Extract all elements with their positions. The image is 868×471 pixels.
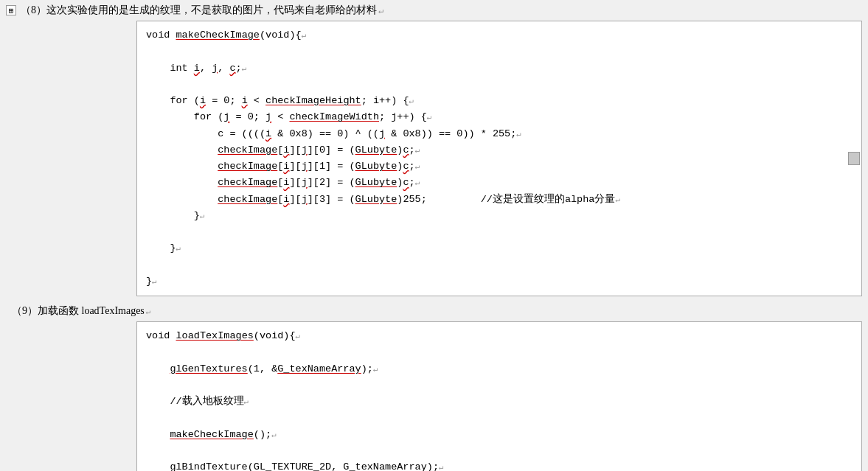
code-line-fn-sig2: void loadTexImages(void){↵ (146, 328, 853, 344)
section1-header: ⊞ （8）这次实验使用的是生成的纹理，不是获取的图片，代码来自老师给的材料 ↵ (0, 0, 868, 21)
code-line-var-decl: int i, j, c;↵ (146, 60, 853, 77)
code-line-blank3 (146, 224, 853, 240)
code-line-assign1: checkImage[i][j][1] = (GLubyte)c;↵ (146, 158, 853, 175)
code-line-gen-tex: glGenTextures(1, &G_texNameArray);↵ (146, 361, 853, 377)
code-line-blank6 (146, 377, 853, 394)
section2-title: （9）加载函数 loadTexImages (6, 304, 145, 318)
code-line-blank5 (146, 345, 853, 361)
code-line-comment-load: //载入地板纹理↵ (146, 394, 853, 410)
code-line-assign3: checkImage[i][j][3] = (GLubyte)255; //这是… (146, 192, 853, 208)
section2-code-block: void loadTexImages(void){↵ glGenTextures… (136, 321, 862, 471)
code-line-make-check: makeCheckImage();↵ (146, 427, 853, 443)
code-line-blank4 (146, 257, 853, 273)
code-line-bind-tex: glBindTexture(GL_TEXTURE_2D, G_texNameAr… (146, 459, 853, 471)
code-line-calc: c = ((((i & 0x8) == 0) ^ ((j & 0x8)) == … (146, 126, 853, 142)
expand-icon-1[interactable]: ⊞ (6, 5, 16, 15)
section2-header: （9）加载函数 loadTexImages ↵ (0, 301, 868, 321)
code-line-assign0: checkImage[i][j][0] = (GLubyte)c;↵ (146, 142, 853, 158)
page-container: ⊞ （8）这次实验使用的是生成的纹理，不是获取的图片，代码来自老师给的材料 ↵ … (0, 0, 868, 471)
scrollbar-thumb-1[interactable] (848, 152, 860, 165)
section1-title: （8）这次实验使用的是生成的纹理，不是获取的图片，代码来自老师给的材料 (21, 4, 377, 17)
code-line-blank7 (146, 411, 853, 427)
section1-code-block: void makeCheckImage(void){↵ int i, j, c;… (136, 21, 862, 296)
code-line-blank2 (146, 77, 853, 93)
code-line-blank8 (146, 443, 853, 459)
code-line-close2: }↵ (146, 240, 853, 257)
code-line-fn-sig: void makeCheckImage(void){↵ (146, 27, 853, 43)
code-line-assign2: checkImage[i][j][2] = (GLubyte)c;↵ (146, 175, 853, 191)
code-line-for1: for (i = 0; i < checkImageHeight; i++) {… (146, 93, 853, 109)
underline-makeCheckImage: makeCheckImage (176, 29, 260, 41)
code-line-blank1 (146, 43, 853, 60)
code-line-for2: for (j = 0; j < checkImageWidth; j++) {↵ (146, 109, 853, 125)
code-line-close3: }↵ (146, 273, 853, 290)
section1-return-arrow: ↵ (378, 5, 383, 16)
code-line-close1: }↵ (146, 208, 853, 224)
